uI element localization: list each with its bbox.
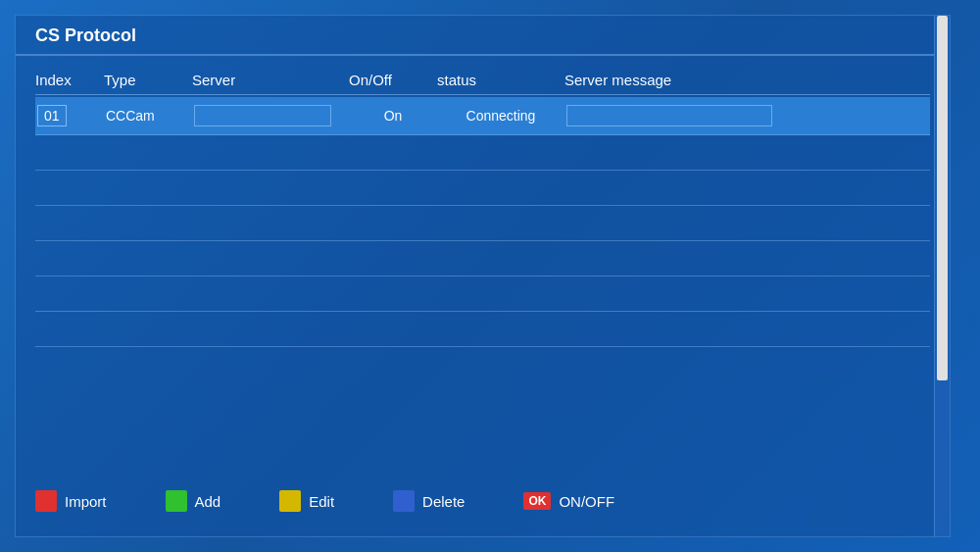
red-icon (35, 490, 57, 512)
cell-server (192, 101, 349, 130)
title-bar: CS Protocol (16, 16, 950, 56)
cell-server-message (564, 101, 930, 130)
table-row[interactable]: 01 CCCam On Connecting (35, 97, 930, 135)
add-button[interactable]: Add (166, 490, 221, 512)
table-row[interactable] (35, 347, 930, 382)
table-row[interactable] (35, 276, 930, 312)
col-server-message: Server message (564, 72, 930, 88)
yellow-icon (279, 490, 301, 512)
page-title: CS Protocol (35, 25, 136, 45)
ok-badge: OK (523, 492, 551, 510)
col-status: status (437, 72, 564, 88)
green-icon (166, 490, 187, 512)
blue-icon (393, 490, 415, 512)
onoff-label: ON/OFF (559, 493, 614, 510)
main-container: CS Protocol Index Type Server On/Off sta… (0, 0, 980, 552)
edit-button[interactable]: Edit (279, 490, 334, 512)
cell-status (437, 149, 564, 157)
import-button[interactable]: Import (35, 490, 107, 512)
col-server: Server (192, 72, 349, 88)
cell-index: 01 (35, 104, 104, 127)
table-row[interactable] (35, 206, 930, 241)
table-row[interactable] (35, 312, 930, 347)
table-row[interactable] (35, 135, 930, 171)
cell-onoff: On (349, 104, 437, 127)
table-row[interactable] (35, 171, 930, 206)
import-label: Import (65, 493, 107, 510)
cell-onoff (349, 149, 437, 157)
scrollbar[interactable] (934, 16, 950, 536)
table-header: Index Type Server On/Off status Server m… (35, 66, 930, 95)
content-area: CS Protocol Index Type Server On/Off sta… (15, 15, 951, 537)
cell-status: Connecting (437, 104, 564, 127)
cell-type: CCCam (104, 104, 192, 127)
col-index: Index (35, 72, 104, 88)
scrollbar-thumb[interactable] (937, 16, 948, 380)
cell-index (35, 149, 104, 157)
add-label: Add (195, 493, 221, 510)
col-type: Type (104, 72, 192, 88)
table-row[interactable] (35, 241, 930, 276)
delete-button[interactable]: Delete (393, 490, 465, 512)
col-onoff: On/Off (349, 72, 437, 88)
cell-server-message (564, 149, 930, 157)
table-area: Index Type Server On/Off status Server m… (16, 56, 950, 392)
edit-label: Edit (309, 493, 334, 510)
cell-type (104, 149, 192, 157)
delete-label: Delete (422, 493, 465, 510)
cell-server (192, 149, 349, 157)
onoff-button[interactable]: OK ON/OFF (523, 492, 614, 510)
bottom-bar: Import Add Edit Delete OK ON/OFF (35, 490, 920, 512)
